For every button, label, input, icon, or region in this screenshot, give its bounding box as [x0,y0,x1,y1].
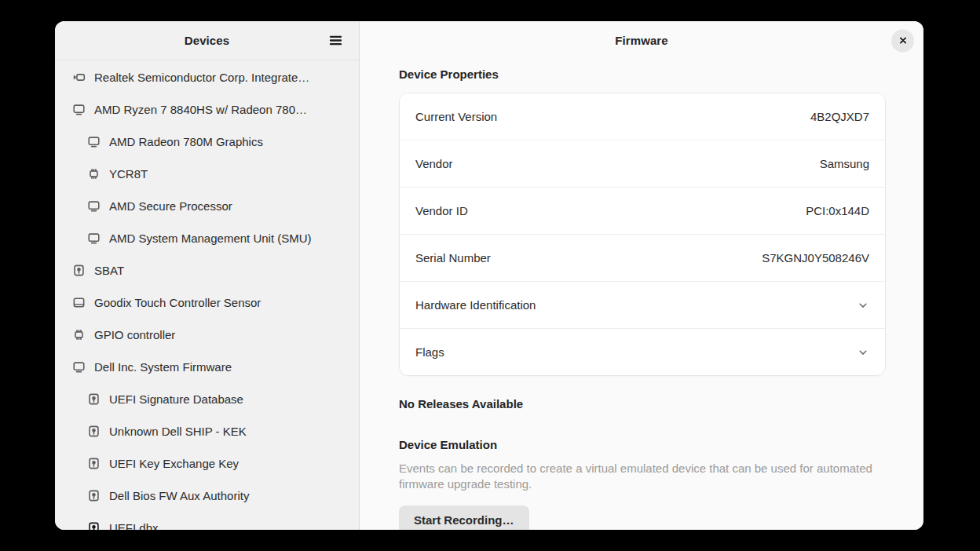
chip-icon [87,167,101,181]
sidebar-item-device[interactable]: UEFI dbx [55,512,359,530]
sidebar-item-device[interactable]: Realtek Semiconductor Corp. Integrate… [55,61,359,93]
sidebar-item-device[interactable]: Dell Bios FW Aux Authority [55,480,359,512]
sidebar-item-device[interactable]: Goodix Touch Controller Sensor [55,286,359,319]
property-label: Hardware Identification [415,298,536,312]
property-value: PCI:0x144D [806,204,869,217]
computer-icon [87,199,101,213]
property-row: Serial NumberS7KGNJ0Y508246V [400,235,885,282]
device-label: SBAT [94,264,132,277]
certificate-icon [87,425,101,438]
computer-icon [87,135,101,148]
computer-icon [87,232,101,245]
certificate-icon [72,264,86,277]
device-label: AMD Secure Processor [109,199,240,213]
certificate-icon [87,392,101,406]
touchpad-icon [72,296,86,309]
close-button[interactable] [891,29,914,52]
sidebar-item-device[interactable]: UEFI Key Exchange Key [55,447,359,480]
sidebar-item-device[interactable]: AMD Ryzen 7 8840HS w/ Radeon 780… [55,93,359,126]
certificate-icon [87,489,101,502]
device-properties-heading: Device Properties [399,68,886,81]
property-row[interactable]: Hardware Identification [400,282,885,329]
sidebar-item-device[interactable]: Unknown Dell SHIP - KEK [55,415,359,447]
device-label: Goodix Touch Controller Sensor [94,296,269,309]
chevron-down-icon [857,346,869,359]
device-emulation-description: Events can be recorded to create a virtu… [399,461,886,493]
close-icon [898,35,909,46]
main-content: Device Properties Current Version4B2QJXD… [360,60,923,530]
chevron-down-icon [857,299,869,312]
device-label: UEFI Key Exchange Key [109,457,247,470]
firmware-app-window: Devices Realtek Semiconductor Corp. Inte… [55,21,923,530]
property-label: Flags [415,345,444,359]
sidebar-item-device[interactable]: YCR8T [55,158,359,190]
device-emulation-heading: Device Emulation [399,438,886,451]
sidebar-item-device[interactable]: GPIO controller [55,319,359,351]
property-value: 4B2QJXD7 [810,110,869,123]
no-releases-heading: No Releases Available [399,397,886,411]
property-label: Vendor ID [415,204,468,217]
firmware-pane: Firmware Device Properties Current Versi… [360,21,923,530]
certificate-icon [87,457,101,470]
computer-icon [72,103,86,116]
sidebar-item-device[interactable]: Dell Inc. System Firmware [55,351,359,383]
start-recording-button[interactable]: Start Recording… [399,505,529,531]
device-label: AMD System Management Unit (SMU) [109,232,320,245]
sidebar-title: Devices [185,34,229,47]
property-label: Vendor [415,157,453,170]
device-list: Realtek Semiconductor Corp. Integrate…AM… [55,60,359,530]
webcam-icon [72,71,86,84]
sidebar-item-device[interactable]: AMD System Management Unit (SMU) [55,222,359,254]
property-row: VendorSamsung [400,140,885,188]
device-label: Unknown Dell SHIP - KEK [109,425,254,438]
main-menu-button[interactable] [322,27,349,54]
device-label: UEFI Signature Database [109,392,251,406]
property-value: Samsung [820,157,869,170]
property-row: Current Version4B2QJXD7 [400,93,885,140]
device-label: Realtek Semiconductor Corp. Integrate… [94,71,317,84]
device-label: AMD Ryzen 7 8840HS w/ Radeon 780… [94,103,315,116]
main-headerbar: Firmware [360,21,923,60]
sidebar-headerbar: Devices [55,21,359,60]
chip-icon [72,328,86,341]
sidebar-item-device[interactable]: SBAT [55,254,359,286]
device-label: YCR8T [109,167,155,181]
sidebar-item-device[interactable]: AMD Secure Processor [55,190,359,222]
sidebar-item-device[interactable]: AMD Radeon 780M Graphics [55,126,359,158]
property-row: Vendor IDPCI:0x144D [400,188,885,235]
computer-icon [72,360,86,374]
device-label: GPIO controller [94,328,183,341]
page-title: Firmware [615,34,668,47]
hamburger-menu-icon [328,33,343,48]
device-label: UEFI dbx [109,521,166,530]
device-label: Dell Bios FW Aux Authority [109,489,257,502]
device-properties-card: Current Version4B2QJXD7VendorSamsungVend… [399,93,886,376]
property-row[interactable]: Flags [400,329,885,375]
device-label: Dell Inc. System Firmware [94,360,240,374]
property-value: S7KGNJ0Y508246V [762,251,869,265]
property-label: Serial Number [415,251,491,265]
devices-sidebar: Devices Realtek Semiconductor Corp. Inte… [55,21,360,530]
device-label: AMD Radeon 780M Graphics [109,135,271,148]
certificate-icon [87,521,101,530]
sidebar-item-device[interactable]: UEFI Signature Database [55,383,359,415]
property-label: Current Version [415,110,497,123]
